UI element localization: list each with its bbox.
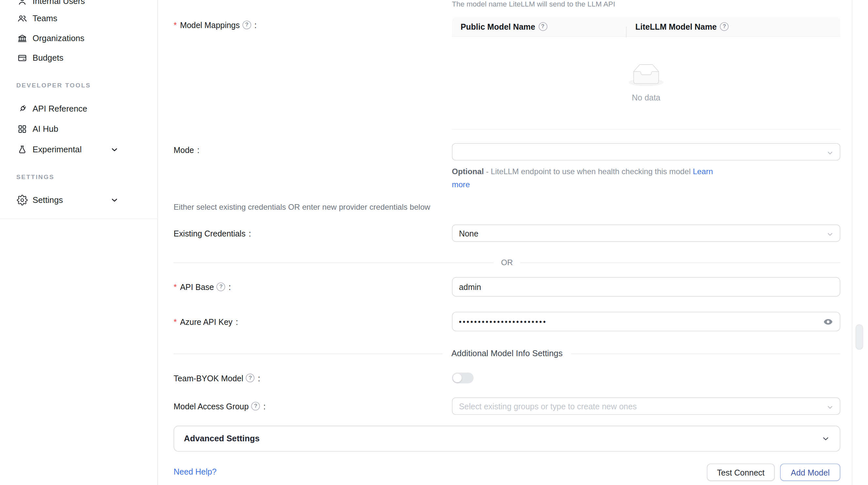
grid-icon [17,124,28,134]
sidebar-item-label: Budgets [33,53,64,63]
api-base-input[interactable] [459,282,833,291]
no-data-text: No data [632,93,660,102]
model-mappings-label: * Model Mappings ? : [174,20,256,30]
advanced-settings-title: Advanced Settings [184,434,260,444]
model-mappings-table: Public Model Name ? LiteLLM Model Name ?… [452,17,840,129]
scrollbar-thumb[interactable] [856,324,863,350]
help-icon[interactable]: ? [246,374,255,382]
mode-label: Mode : [174,144,199,155]
team-byok-label: Team-BYOK Model ? : [174,373,260,383]
sidebar-item-label: AI Hub [33,124,58,134]
flask-icon [17,144,28,155]
test-connect-button[interactable]: Test Connect [707,463,775,481]
azure-api-key-label: * Azure API Key : [174,316,238,327]
teams-icon [17,13,28,24]
required-marker: * [174,282,177,291]
mode-helper-text: Optional - LiteLLM endpoint to use when … [452,165,723,191]
api-base-field-wrap [452,277,840,297]
azure-api-key-field-wrap [452,312,840,331]
model-access-group-select[interactable]: Select existing groups or type to create… [452,397,840,415]
sidebar-item-label: Teams [33,14,57,24]
eye-icon[interactable] [823,316,833,327]
sidebar: Internal Users Teams Organizations Budge… [0,0,158,485]
add-model-button[interactable]: Add Model [780,463,841,481]
chevron-down-icon [827,403,833,409]
chevron-down-icon [827,149,833,155]
chevron-down-icon [827,230,833,236]
sidebar-item-ai-hub[interactable]: AI Hub [0,119,157,139]
model-access-group-label: Model Access Group ? : [174,401,266,412]
bank-icon [17,33,28,44]
existing-credentials-select[interactable]: None [452,224,840,242]
sidebar-divider [0,219,157,219]
need-help-link[interactable]: Need Help? [174,467,217,476]
help-icon[interactable]: ? [217,283,225,291]
required-marker: * [174,20,177,29]
sidebar-item-budgets[interactable]: Budgets [0,48,157,68]
credentials-note: Either select existing credentials OR en… [174,203,430,212]
gear-icon [17,195,28,205]
sidebar-item-label: Experimental [33,145,82,155]
required-marker: * [174,317,177,326]
credit-card-icon [17,53,28,63]
table-header: Public Model Name ? LiteLLM Model Name ? [452,17,840,37]
help-icon[interactable]: ? [243,21,251,29]
azure-api-key-input[interactable] [459,317,818,325]
mode-select[interactable] [452,143,840,160]
column-header-public-model-name: Public Model Name ? [452,22,627,31]
column-header-litellm-model-name: LiteLLM Model Name ? [626,22,840,31]
sidebar-item-label: Internal Users [33,0,85,6]
select-placeholder: Select existing groups or type to create… [459,401,637,411]
scrollbar-track[interactable] [852,0,868,485]
advanced-settings-panel[interactable]: Advanced Settings [174,426,840,452]
plug-icon [17,104,28,115]
chevron-down-icon [110,196,119,204]
additional-info-divider: Additional Model Info Settings [174,347,840,360]
chevron-down-icon [110,146,119,154]
api-base-label: * API Base ? : [174,282,231,292]
chevron-down-icon [822,434,830,443]
add-model-page: Internal Users Teams Organizations Budge… [0,0,868,485]
existing-credentials-label: Existing Credentials : [174,228,251,238]
help-icon[interactable]: ? [251,402,260,411]
sidebar-item-settings[interactable]: Settings [0,191,157,210]
add-model-form: The model name LiteLLM will send to the … [157,0,868,485]
sidebar-item-api-reference[interactable]: API Reference [0,99,157,119]
sidebar-item-experimental[interactable]: Experimental [0,140,157,160]
team-byok-toggle[interactable] [452,373,474,383]
sidebar-item-teams[interactable]: Teams [0,9,157,28]
or-divider: OR [174,256,840,269]
toggle-knob [453,374,462,382]
sidebar-section-settings: SETTINGS [16,172,55,182]
sidebar-item-label: Settings [33,195,63,205]
empty-box-icon [629,64,663,88]
user-icon [17,0,28,6]
sidebar-section-developer-tools: DEVELOPER TOOLS [16,80,91,90]
sidebar-item-label: Organizations [33,34,85,43]
help-icon[interactable]: ? [720,22,728,31]
sidebar-item-label: API Reference [33,104,88,114]
table-empty-state: No data [452,37,840,129]
sidebar-item-organizations[interactable]: Organizations [0,29,157,48]
model-name-helper-note: The model name LiteLLM will send to the … [452,0,615,8]
help-icon[interactable]: ? [538,22,547,31]
